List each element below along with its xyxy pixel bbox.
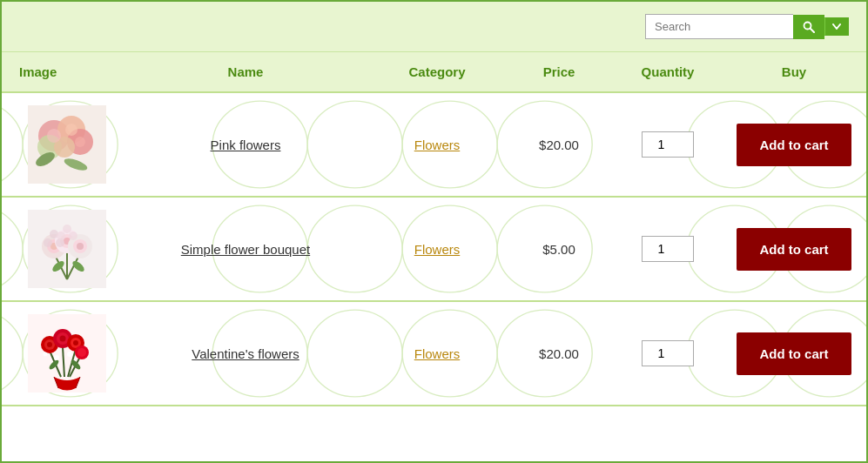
col-header-buy: Buy	[724, 64, 864, 79]
col-header-price: Price	[507, 64, 611, 79]
svg-line-1	[811, 29, 814, 32]
product-category-link[interactable]: Flowers	[414, 346, 461, 361]
product-price: $5.00	[542, 242, 575, 257]
product-image	[28, 314, 106, 393]
svg-point-52	[54, 355, 59, 360]
quantity-input[interactable]	[642, 340, 694, 366]
col-header-name: Name	[124, 64, 367, 79]
svg-point-49	[73, 340, 78, 346]
col-header-image: Image	[10, 64, 124, 79]
product-buy-cell: Add to cart	[724, 124, 864, 166]
svg-point-32	[57, 232, 65, 240]
add-to-cart-button[interactable]: Add to cart	[737, 228, 851, 271]
table-header: Image Name Category Price Quantity Buy	[2, 52, 866, 93]
col-header-category: Category	[367, 64, 507, 79]
product-name-cell: Simple flower bouquet	[124, 242, 367, 257]
product-name-link[interactable]: Pink flowers	[211, 138, 281, 152]
product-image	[28, 105, 106, 184]
add-to-cart-button[interactable]: Add to cart	[737, 332, 851, 375]
quantity-input[interactable]	[642, 131, 694, 158]
product-image	[28, 210, 106, 288]
product-quantity-cell	[611, 236, 724, 262]
product-price-cell: $20.00	[507, 138, 611, 152]
col-header-quantity: Quantity	[611, 64, 724, 79]
svg-point-10	[75, 137, 85, 147]
svg-point-53	[67, 352, 72, 357]
page-header	[2, 2, 866, 52]
product-name-link[interactable]: Valentine's flowers	[192, 346, 299, 361]
product-quantity-cell	[611, 131, 724, 158]
product-image-cell	[10, 314, 124, 393]
product-name-link[interactable]: Simple flower bouquet	[181, 242, 310, 257]
product-price: $20.00	[539, 346, 579, 361]
svg-point-27	[77, 243, 84, 250]
product-quantity-cell	[611, 340, 724, 366]
product-category-cell: Flowers	[367, 242, 507, 257]
svg-point-54	[44, 352, 48, 357]
svg-point-8	[47, 129, 61, 143]
svg-point-51	[77, 348, 86, 357]
product-category-cell: Flowers	[367, 346, 507, 361]
search-button[interactable]	[793, 15, 824, 39]
product-category-link[interactable]: Flowers	[414, 138, 461, 152]
quantity-input[interactable]	[642, 236, 694, 262]
svg-point-46	[60, 336, 66, 342]
product-price: $20.00	[539, 138, 579, 152]
search-wrapper	[645, 14, 849, 39]
product-price-cell: $20.00	[507, 346, 611, 361]
table-row: Simple flower bouquet Flowers $5.00 Add …	[2, 198, 866, 302]
product-name-cell: Pink flowers	[124, 138, 367, 152]
svg-point-43	[47, 342, 52, 347]
search-input[interactable]	[645, 14, 793, 39]
chevron-down-icon	[832, 23, 841, 30]
svg-point-9	[65, 124, 77, 136]
table-row: Valentine's flowers Flowers $20.00 Add t…	[2, 302, 866, 406]
product-price-cell: $5.00	[507, 242, 611, 257]
product-image-cell	[10, 105, 124, 184]
add-to-cart-button[interactable]: Add to cart	[737, 124, 851, 166]
table-row: Pink flowers Flowers $20.00 Add to cart	[2, 93, 866, 198]
search-dropdown-button[interactable]	[824, 17, 849, 36]
product-category-link[interactable]: Flowers	[414, 242, 461, 257]
product-name-cell: Valentine's flowers	[124, 346, 367, 361]
product-image-cell	[10, 210, 124, 288]
search-icon	[803, 21, 815, 33]
product-buy-cell: Add to cart	[724, 332, 864, 375]
svg-point-29	[44, 238, 52, 247]
svg-point-31	[63, 225, 71, 233]
product-category-cell: Flowers	[367, 138, 507, 152]
product-buy-cell: Add to cart	[724, 228, 864, 271]
svg-point-33	[69, 232, 77, 240]
